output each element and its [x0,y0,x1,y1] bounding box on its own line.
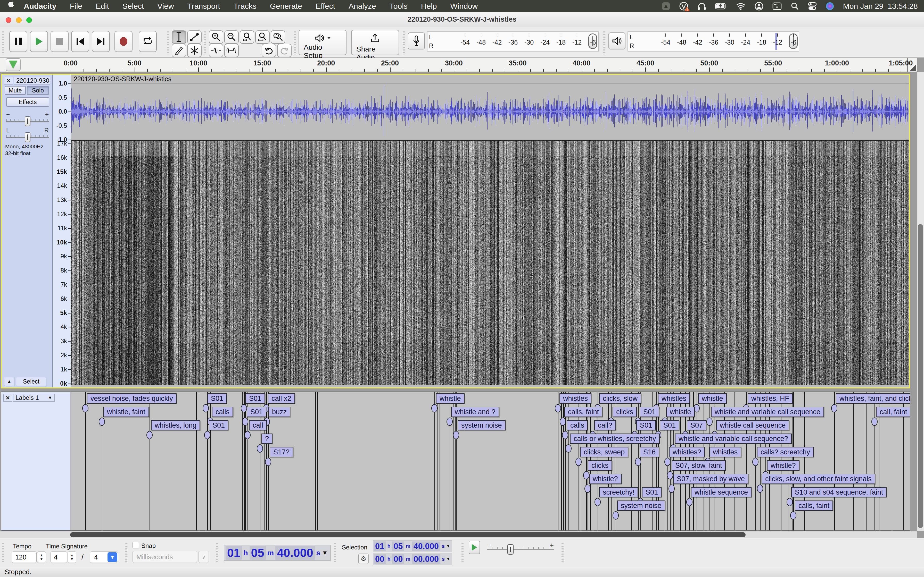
annotation-label[interactable]: S01 [640,407,659,417]
label-drag-handle[interactable] [594,498,601,506]
label-drag-handle[interactable] [82,404,89,413]
label-drag-handle[interactable] [204,431,210,439]
speaker-icon[interactable] [609,32,625,50]
collapse-track-button[interactable]: ▲ [4,377,15,386]
annotation-label[interactable]: calls [212,407,233,417]
label-boundary-line[interactable] [150,392,150,530]
snap-mode-chevron[interactable]: ∨ [199,551,209,563]
envelope-tool-button[interactable] [187,31,202,44]
play-at-speed-button[interactable] [469,541,480,554]
snap-mode-combo[interactable]: Milliseconds [132,551,197,563]
toolbar-grip[interactable] [216,542,218,563]
label-drag-handle[interactable] [752,458,759,466]
annotation-label[interactable]: whistle [436,393,465,404]
time-signature-numerator-input[interactable]: 4 [50,551,67,563]
skip-to-end-button[interactable] [92,31,110,52]
annotation-label[interactable]: S07, slow, faint [672,460,726,471]
loop-region-pin-button[interactable] [6,58,21,71]
label-drag-handle[interactable] [446,417,453,426]
label-drag-handle[interactable] [257,444,263,453]
label-boundary-line[interactable] [315,392,316,530]
selection-settings-gear-icon[interactable]: ⚙ [359,554,369,564]
annotation-label[interactable]: clicks, sweep [580,447,628,457]
annotation-label[interactable]: S01 [207,393,227,404]
playback-meter[interactable]: L R -54-48-42-36-30-24-18-12-6 [609,31,799,52]
close-track-button[interactable]: × [4,77,13,84]
label-boundary-line[interactable] [317,392,318,530]
annotation-label[interactable]: S16 [640,447,659,457]
time-digit-group[interactable]: 01 [226,546,242,560]
label-drag-handle[interactable] [244,431,250,439]
label-boundary-line[interactable] [561,392,562,530]
time-digit-group[interactable]: 05 [250,546,266,560]
share-audio-button[interactable]: Share Audio [351,30,399,55]
spotlight-search-icon[interactable] [790,2,799,11]
track-name-dropdown[interactable]: 220120-930-▼ [14,77,50,84]
annotation-label[interactable]: whistle, faint [103,407,149,417]
label-drag-handle[interactable] [612,511,619,519]
gain-slider-knob[interactable] [25,116,31,126]
label-drag-handle[interactable] [560,417,566,426]
recording-meter[interactable]: L R -54-48-42-36-30-24-18-12-6 [408,31,599,52]
label-boundary-line[interactable] [558,392,559,530]
zoom-selection-button[interactable] [240,31,254,44]
label-boundary-line[interactable] [210,392,211,530]
annotation-label[interactable]: whistle call sequence [716,420,789,430]
time-digit-group[interactable]: 00 [373,554,386,564]
wifi-icon[interactable] [736,2,746,10]
stop-button[interactable] [50,31,69,52]
label-boundary-line[interactable] [85,392,86,530]
audio-position-time[interactable]: 01h05m40.000s▼ [224,545,331,561]
label-drag-handle[interactable] [787,498,793,506]
annotation-label[interactable]: whistle [698,393,727,404]
selection-tool-button[interactable] [172,31,186,44]
annotation-label[interactable]: whistle and ? [451,407,499,417]
menu-item[interactable]: Edit [89,2,116,11]
tempo-input[interactable]: 120 [12,551,37,563]
label-drag-handle[interactable] [583,471,590,479]
toolbar-grip[interactable] [2,30,4,55]
labels-track-name-dropdown[interactable]: Labels 1▼ [13,394,55,401]
menu-item[interactable]: Help [414,2,444,11]
annotation-label[interactable]: clicks, slow [599,393,641,404]
menu-item[interactable]: Tools [383,2,414,11]
battery-icon[interactable] [715,2,727,10]
label-drag-handle[interactable] [147,431,153,439]
annotation-label[interactable]: system noise [617,501,665,511]
label-drag-handle[interactable] [706,417,712,426]
annotation-label[interactable]: S01 [209,420,228,430]
label-boundary-line[interactable] [438,392,438,530]
annotation-label[interactable]: ? [262,434,273,444]
time-format-chevron[interactable]: ▼ [446,557,451,561]
toolbar-grip[interactable] [2,542,4,563]
zoom-in-button[interactable] [209,31,223,44]
annotation-label[interactable]: calls, faint [564,407,603,417]
spectrogram-canvas[interactable] [71,141,908,385]
annotation-label[interactable]: S01 [247,407,267,417]
label-boundary-line[interactable] [563,392,563,530]
annotation-label[interactable]: whistles, faint, and clicks [836,393,910,404]
recording-meter-body[interactable]: L R -54-48-42-36-30-24-18-12-6 [427,31,599,52]
annotation-label[interactable]: whistles? [669,447,705,457]
playback-meter-body[interactable]: L R -54-48-42-36-30-24-18-12-6 [627,31,799,52]
label-boundary-line[interactable] [102,392,102,530]
draw-tool-button[interactable] [172,44,186,57]
label-boundary-line[interactable] [196,392,197,530]
toolbar-grip[interactable] [462,542,464,563]
label-drag-handle[interactable] [669,485,675,493]
vertical-scale-ruler[interactable]: 1.00.50.0-0.5-1.017k16k15k14k13k12k11k10… [53,75,71,387]
menu-item[interactable]: Analyze [342,2,383,11]
time-digit-group[interactable]: 01 [373,542,386,551]
gain-slider[interactable]: −+ [6,112,49,126]
snap-checkbox[interactable] [132,542,139,548]
annotation-label[interactable]: calls? screetchy [757,447,814,457]
label-drag-handle[interactable] [757,485,763,493]
annotation-label[interactable]: clicks, slow, and other faint signals [762,474,875,484]
menu-audacity[interactable]: Audacity [24,2,63,11]
annotation-label[interactable]: whistle and variable call sequence [711,407,824,417]
solo-button[interactable]: Solo [27,86,49,95]
annotation-label[interactable]: system noise [458,420,506,430]
microphone-icon[interactable] [408,32,425,50]
zoom-toggle-button[interactable] [271,31,285,44]
toolbar-grip[interactable] [167,30,169,55]
